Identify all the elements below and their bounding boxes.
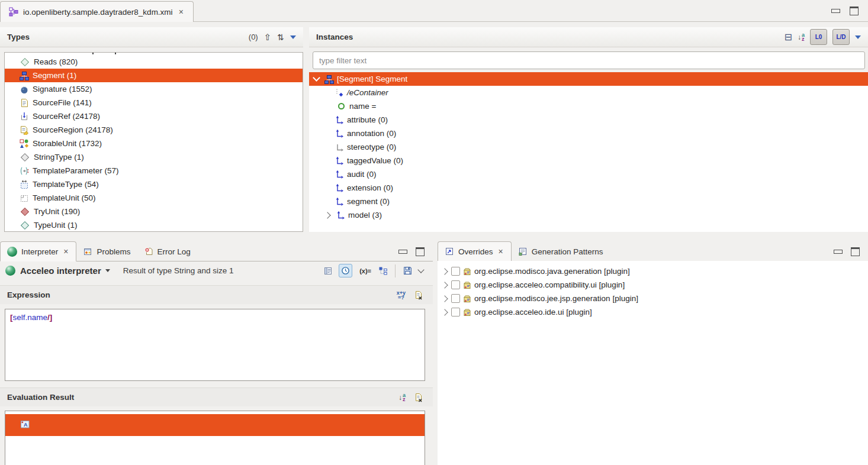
minimize-icon[interactable] <box>831 9 840 13</box>
instances-filter-input[interactable] <box>313 51 865 69</box>
interpreter-engine-label[interactable]: Acceleo interpreter <box>20 266 101 276</box>
instance-prop-attribute[interactable]: attribute (0) <box>309 113 868 127</box>
instance-prop-name[interactable]: name = <box>309 99 868 113</box>
reference-icon <box>335 115 344 125</box>
editor-tab-close-icon[interactable]: × <box>178 8 185 16</box>
evaluation-result-list: A <box>5 411 425 465</box>
tab-problems[interactable]: Problems <box>76 242 137 261</box>
save-dropdown-chevron-icon[interactable] <box>417 266 424 273</box>
chevron-right-icon[interactable] <box>441 309 448 315</box>
overrides-icon <box>445 247 454 256</box>
chevron-right-icon[interactable] <box>441 295 448 302</box>
instance-prop-segment[interactable]: segment (0) <box>309 195 868 208</box>
eclipse-window: io.openliberty.sample.daytrader8_kdm.xmi… <box>0 0 868 465</box>
types-panel-title: Types <box>0 33 30 41</box>
expression-editor[interactable]: [self.name/] <box>5 309 425 381</box>
types-menu-dropdown-icon[interactable] <box>290 35 296 39</box>
types-row-sourcefile[interactable]: SourceFile (141) <box>5 96 303 109</box>
generation-patterns-icon <box>518 247 528 256</box>
override-checkbox[interactable] <box>451 267 460 276</box>
instance-prop-econtainer[interactable]: /eContainer <box>309 86 868 99</box>
clear-expression-icon[interactable] <box>414 290 423 300</box>
evaluation-section-header: Evaluation Result ↓ az <box>0 388 433 406</box>
instance-prop-stereotype[interactable]: stereotype (0) <box>309 140 868 154</box>
econtainer-icon <box>335 88 344 98</box>
interpreter-maximize-icon[interactable] <box>416 247 425 256</box>
override-checkbox[interactable] <box>451 308 460 317</box>
level-derived-toggle[interactable]: L/D <box>832 29 850 45</box>
chevron-down-icon[interactable] <box>313 74 320 82</box>
clipped-row-artifact <box>5 53 303 55</box>
storable-unit-icon <box>20 139 29 148</box>
override-row-acceleo-compatibility[interactable]: org.eclipse.acceleo.compatibility.ui [pl… <box>438 278 868 292</box>
types-row-templateunit[interactable]: TemplateUnit (50) <box>5 191 303 205</box>
reference-icon <box>335 197 344 206</box>
save-icon[interactable] <box>403 266 413 276</box>
variables-icon[interactable]: (x)= <box>359 267 371 275</box>
variables-xy-icon[interactable]: x+y=? <box>397 290 406 300</box>
maximize-icon[interactable] <box>850 7 859 15</box>
reference-icon <box>335 129 344 138</box>
types-row-reads[interactable]: Reads (820) <box>5 55 303 69</box>
source-file-icon <box>20 98 29 108</box>
types-row-storableunit[interactable]: StorableUnit (1732) <box>5 137 303 150</box>
types-row-typeunit[interactable]: TypeUnit (1) <box>5 218 303 232</box>
chevron-right-icon[interactable] <box>324 212 330 218</box>
override-checkbox[interactable] <box>451 280 460 289</box>
instance-prop-extension[interactable]: extension (0) <box>309 181 868 195</box>
override-checkbox[interactable] <box>451 294 460 303</box>
tab-overrides[interactable]: Overrides × <box>438 241 512 261</box>
chevron-right-icon[interactable] <box>441 282 448 288</box>
tab-generation-patterns[interactable]: Generation Patterns <box>512 242 610 261</box>
tab-error-log[interactable]: Error Log <box>137 242 197 261</box>
home-icon[interactable]: ⇧ <box>264 33 272 41</box>
sort-result-icon[interactable]: ↓ az <box>398 393 406 402</box>
instance-prop-model[interactable]: model (3) <box>309 208 868 222</box>
types-row-sourceregion[interactable]: SourceRegion (24178) <box>5 123 303 137</box>
types-row-sourceref[interactable]: SourceRef (24178) <box>5 109 303 123</box>
instance-prop-taggedvalue[interactable]: taggedValue (0) <box>309 154 868 167</box>
editor-tab-bar: io.openliberty.sample.daytrader8_kdm.xmi… <box>0 0 868 22</box>
reference-gray-icon <box>335 143 344 152</box>
sort-alphabetically-icon[interactable]: ↓ az <box>798 33 805 41</box>
interpreter-minimize-icon[interactable] <box>398 250 407 254</box>
override-row-acceleo-ide[interactable]: org.eclipse.acceleo.ide.ui [plugin] <box>438 305 868 319</box>
expression-title: Expression <box>0 290 50 299</box>
instance-root-segment[interactable]: [Segment] Segment <box>309 72 868 86</box>
overrides-minimize-icon[interactable] <box>834 250 843 254</box>
instance-prop-annotation[interactable]: annotation (0) <box>309 127 868 140</box>
realtime-evaluation-toggle[interactable] <box>339 264 352 277</box>
editor-tab-title: io.openliberty.sample.daytrader8_kdm.xmi <box>23 8 173 17</box>
chevron-right-icon[interactable] <box>441 268 448 275</box>
overrides-tab-bar: Overrides × Generation Patterns <box>438 241 868 261</box>
overrides-tab-close-icon[interactable]: × <box>497 247 504 256</box>
overrides-maximize-icon[interactable] <box>851 247 860 256</box>
interpreter-tab-close-icon[interactable]: × <box>62 247 69 256</box>
sort-order-icon[interactable]: ⇅ <box>277 33 284 41</box>
clear-result-icon[interactable] <box>414 393 423 402</box>
tab-interpreter[interactable]: Interpreter × <box>0 241 76 261</box>
instance-prop-audit[interactable]: audit (0) <box>309 167 868 181</box>
override-row-modisco-jsp[interactable]: org.eclipse.modisco.jee.jsp.generation [… <box>438 292 868 305</box>
types-row-tryunit[interactable]: TryUnit (190) <box>5 205 303 218</box>
expression-section-header: Expression x+y=? <box>0 285 433 304</box>
template-unit-icon <box>20 193 29 203</box>
link-with-editor-icon[interactable] <box>323 266 333 276</box>
types-row-templateparameter[interactable]: TemplateParameter (57) <box>5 164 303 177</box>
types-row-templatetype[interactable]: TemplateType (54) <box>5 177 303 191</box>
collapse-all-icon[interactable]: ⊟ <box>785 33 792 41</box>
instances-menu-dropdown-icon[interactable] <box>855 35 861 39</box>
types-row-segment[interactable]: Segment (1) <box>5 69 303 82</box>
types-row-stringtype[interactable]: StringType (1) <box>5 150 303 164</box>
editor-tab-xmi[interactable]: io.openliberty.sample.daytrader8_kdm.xmi… <box>0 1 194 22</box>
attribute-ring-icon <box>338 103 345 109</box>
engine-dropdown-icon[interactable] <box>105 269 110 272</box>
evaluation-title: Evaluation Result <box>0 393 74 402</box>
hierarchy-view-icon[interactable] <box>378 266 388 276</box>
override-row-modisco-java[interactable]: org.eclipse.modisco.java.generation [plu… <box>438 264 868 278</box>
evaluation-result-row[interactable]: A <box>5 414 425 436</box>
toolbar-separator <box>395 264 396 277</box>
types-row-signature[interactable]: Signature (1552) <box>5 82 303 96</box>
level-zero-toggle[interactable]: L0 <box>810 29 827 45</box>
types-list: Reads (820) Segment (1) Signature (1552)… <box>4 52 303 232</box>
